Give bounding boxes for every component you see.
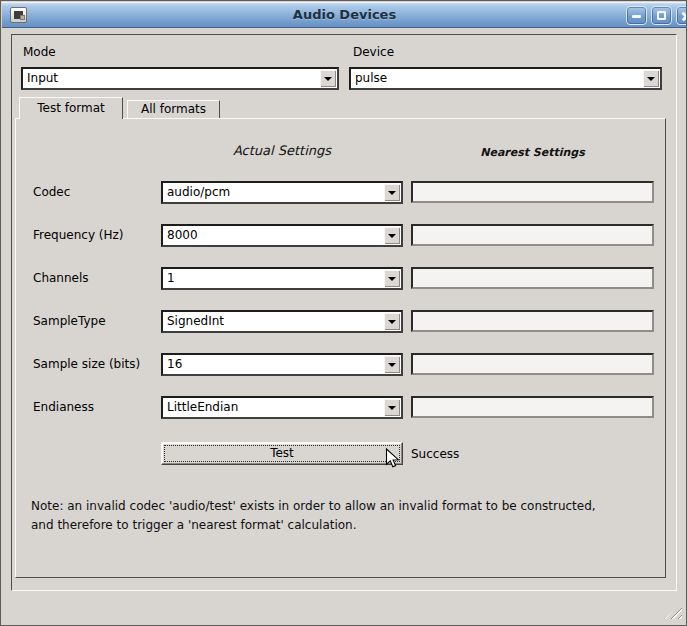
device-selected-value: pulse <box>351 69 643 88</box>
channels-select[interactable]: 1 <box>161 267 403 290</box>
test-button[interactable]: Test <box>161 442 403 465</box>
sampletype-selected-value: SignedInt <box>163 312 384 331</box>
note-line-1: Note: an invalid codec 'audio/test' exis… <box>31 497 596 516</box>
endianess-label: Endianess <box>33 400 94 414</box>
maximize-icon <box>657 11 666 20</box>
sampletype-label: SampleType <box>33 314 106 328</box>
channels-nearest-field <box>411 267 654 289</box>
samplesize-nearest-field <box>411 353 654 375</box>
window-title: Audio Devices <box>2 7 687 22</box>
samplesize-selected-value: 16 <box>163 355 384 374</box>
samplesize-label: Sample size (bits) <box>33 357 140 371</box>
sampletype-select[interactable]: SignedInt <box>161 310 403 333</box>
nearest-settings-header: Nearest Settings <box>411 146 654 159</box>
caret-down-icon[interactable] <box>384 184 400 201</box>
note-text: Note: an invalid codec 'audio/test' exis… <box>31 497 596 535</box>
resize-grip[interactable] <box>664 604 682 619</box>
caret-down-icon[interactable] <box>384 227 400 244</box>
note-line-2: and therefore to trigger a 'nearest form… <box>31 516 596 535</box>
caret-down-icon[interactable] <box>320 70 336 87</box>
channels-selected-value: 1 <box>163 269 384 288</box>
frequency-selected-value: 8000 <box>163 226 384 245</box>
audio-devices-window: Audio Devices Mode Input Device pulse Te… <box>0 0 687 626</box>
codec-select[interactable]: audio/pcm <box>161 181 403 204</box>
caret-down-icon[interactable] <box>384 356 400 373</box>
mode-label: Mode <box>23 45 56 59</box>
caret-down-icon[interactable] <box>643 70 659 87</box>
mouse-cursor <box>385 448 401 474</box>
tab-all-formats[interactable]: All formats <box>127 100 220 118</box>
device-label: Device <box>353 45 394 59</box>
frequency-select[interactable]: 8000 <box>161 224 403 247</box>
sampletype-nearest-field <box>411 310 654 332</box>
endianess-select[interactable]: LittleEndian <box>161 396 403 419</box>
actual-settings-header: Actual Settings <box>161 143 403 158</box>
endianess-nearest-field <box>411 396 654 418</box>
mode-selected-value: Input <box>23 69 320 88</box>
endianess-selected-value: LittleEndian <box>163 398 384 417</box>
device-select[interactable]: pulse <box>349 67 662 90</box>
frequency-nearest-field <box>411 224 654 246</box>
channels-label: Channels <box>33 271 89 285</box>
codec-selected-value: audio/pcm <box>163 183 384 202</box>
caret-down-icon[interactable] <box>384 313 400 330</box>
close-icon <box>680 10 687 21</box>
caret-down-icon[interactable] <box>384 270 400 287</box>
close-button[interactable] <box>676 6 687 25</box>
frequency-label: Frequency (Hz) <box>33 228 124 242</box>
titlebar[interactable]: Audio Devices <box>2 2 687 28</box>
caret-down-icon[interactable] <box>384 399 400 416</box>
status-text: Success <box>411 447 459 461</box>
codec-label: Codec <box>33 185 70 199</box>
samplesize-select[interactable]: 16 <box>161 353 403 376</box>
tab-test-format[interactable]: Test format <box>19 97 123 119</box>
minimize-button[interactable] <box>626 6 647 25</box>
minimize-icon <box>632 15 641 18</box>
maximize-button[interactable] <box>651 6 672 25</box>
mode-select[interactable]: Input <box>21 67 339 90</box>
codec-nearest-field <box>411 181 654 203</box>
